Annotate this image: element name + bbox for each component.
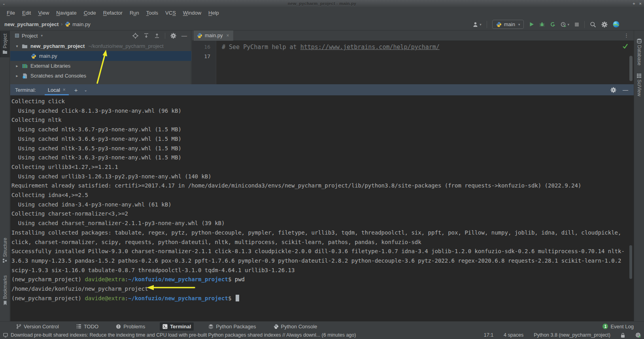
toolwindow-todo[interactable]: TODO [74,322,101,331]
close-terminal-tab-icon[interactable]: × [63,87,66,93]
terminal-line: Collecting idna<4,>=2.5 [11,191,634,200]
hide-terminal-icon[interactable]: — [623,87,628,93]
toolwindow-version-control[interactable]: Version Control [13,322,62,331]
run-button[interactable] [529,22,534,27]
menu-file[interactable]: File [3,8,19,17]
debug-button[interactable] [539,22,545,27]
terminal-sessions-chevron-icon[interactable]: ⌄ [84,88,87,92]
left-tool-stripe: Project Structure Bookmarks [0,30,10,321]
close-tab-icon[interactable]: × [227,33,229,38]
toolwindow-label: Terminal [170,324,191,330]
terminal-line: /home/davide/konfuzio/new_pycharm_projec… [11,284,634,294]
toolwindow-python-console[interactable]: Python Console [271,322,320,331]
interpreter[interactable]: Python 3.8 (new_pycharm_project) [534,332,610,338]
locate-file-icon[interactable] [132,33,138,39]
status-bar: Download pre-built shared indexes: Reduc… [0,331,644,339]
profiler-button[interactable]: ▾ [561,22,569,27]
menu-vcs[interactable]: VCS [162,8,179,17]
menu-navigate[interactable]: Navigate [53,8,80,17]
project-view-icon [15,34,19,38]
terminal-cursor [236,295,239,301]
user-account-button[interactable]: ▾ [472,22,482,27]
editor-tab-mainpy[interactable]: main.py × [194,30,233,41]
tab-options-kebab-icon[interactable]: ⋮ [624,32,629,38]
stripe-tab-database[interactable]: Database [634,36,644,68]
tree-item-new-pycharm-project[interactable]: ▾new_pycharm_project~/konfuzio/new_pycha… [10,41,191,51]
new-terminal-session-icon[interactable]: + [74,87,78,93]
status-message[interactable]: Download pre-built shared indexes: Reduc… [11,332,356,338]
menu-refactor[interactable]: Refactor [100,8,126,17]
folder-icon [2,50,8,54]
stripe-tab-sciview[interactable]: SciView [634,71,644,98]
terminal-line: Collecting charset-normalizer<3,>=2 [11,209,634,219]
toolwindow-python-packages[interactable]: Python Packages [206,322,259,331]
line-number-current: 17 [204,53,210,59]
stripe-tab-structure-label: Structure [2,238,8,257]
tree-chevron-icon[interactable]: ▸ [14,74,20,78]
terminal-prompt-line: (new_pycharm_project) davide@extra:~/kon… [11,294,634,303]
lock-icon[interactable] [621,333,625,338]
navigation-bar: new_pycharm_project › main.py ▾ main ▾ [0,18,644,30]
libraries-icon [21,63,28,68]
toolbar-divider [487,21,487,28]
run-configuration-select[interactable]: main ▾ [492,20,524,29]
inspections-ok-check-icon[interactable] [622,44,628,49]
caret-position[interactable]: 17:1 [484,332,493,338]
toolwindow-problems[interactable]: Problems [113,322,148,331]
menu-code[interactable]: Code [80,8,100,17]
menu-bar: FileEditViewNavigateCodeRefactorRunTools… [0,7,644,18]
toolwindow-label: Python Console [281,324,317,330]
toolwindow-terminal[interactable]: Terminal [160,322,194,331]
search-everywhere-button[interactable] [590,21,596,28]
right-tool-stripe: Database SciView [634,30,644,321]
event-log-badge: 1 [602,324,608,329]
menu-tools[interactable]: Tools [143,8,162,17]
menu-view[interactable]: View [34,8,53,17]
breadcrumb-project[interactable]: new_pycharm_project [4,21,59,27]
close-button[interactable]: × [639,1,642,6]
terminal-output[interactable]: Collecting click Using cached click-8.1.… [10,95,634,321]
editor-scrollbar-thumb[interactable] [629,56,633,81]
run-with-coverage-button[interactable] [550,22,555,27]
stop-button[interactable] [574,22,579,27]
indent-style[interactable]: 4 spaces [504,332,523,338]
code-comment: # See PyCharm help at [222,44,300,51]
maximize-button[interactable]: + [633,1,635,6]
tree-item-main-py[interactable]: main.py [10,51,191,61]
tree-item-scratches-and-consoles[interactable]: ▸Scratches and Consoles [10,71,191,81]
collapse-all-icon[interactable] [154,33,160,38]
terminal-line: 3.6.3 numpy-1.23.5 pandas-1.5.2 pathos-0… [11,256,634,266]
todo-icon [76,324,81,329]
terminal-tab-local[interactable]: Local × [45,84,69,95]
tree-chevron-icon[interactable]: ▸ [14,64,20,68]
project-settings-gear-icon[interactable] [170,33,176,39]
code-editor[interactable]: 16 17 # See PyCharm help at https://www.… [192,41,634,84]
stripe-tab-database-label: Database [636,45,642,65]
prompt-user-host: davide@extra [85,295,125,301]
indexing-gear-icon[interactable] [635,332,641,338]
menu-help[interactable]: Help [205,8,223,17]
menu-run[interactable]: Run [126,8,143,17]
expand-all-icon[interactable] [144,33,149,38]
terminal-line: Collecting nltk [11,116,634,125]
line-number: 16 [204,44,210,50]
code-comment-link[interactable]: https://www.jetbrains.com/help/pycharm/ [300,44,440,51]
hide-panel-icon[interactable]: — [181,32,187,39]
menu-window[interactable]: Window [179,8,205,17]
promo-sphere-icon[interactable] [613,21,619,28]
tree-item-external-libraries[interactable]: ▸External Libraries [10,61,191,71]
settings-gear-icon[interactable] [601,21,608,28]
menu-edit[interactable]: Edit [19,8,34,17]
terminal-settings-gear-icon[interactable] [610,87,616,93]
stripe-tab-structure[interactable]: Structure [0,235,10,265]
stripe-tab-project[interactable]: Project [0,31,10,57]
stripe-tab-bookmarks[interactable]: Bookmarks [0,273,10,308]
project-panel-header[interactable]: Project ▾ — [10,30,191,41]
tree-chevron-icon[interactable]: ▾ [14,44,20,48]
prompt-cwd: ~/konfuzio/new_pycharm_project [128,276,228,282]
terminal-scrollbar-thumb[interactable] [629,245,632,279]
panel-divider [165,33,165,39]
packages-icon [208,324,213,329]
breadcrumb-file[interactable]: main.py [72,21,91,27]
event-log-button[interactable]: 1 Event Log [602,324,634,330]
